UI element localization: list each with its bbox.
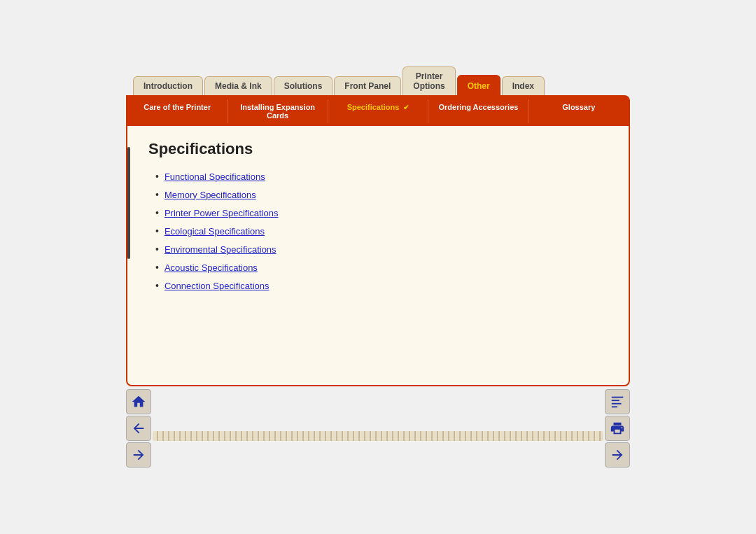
left-bar-decoration [127,147,130,259]
nav-buttons-right [605,389,630,468]
svg-rect-0 [612,397,624,398]
subtab-ordering-accessories[interactable]: Ordering Accessories [428,99,528,123]
tab-media-ink[interactable]: Media & Ink [204,76,272,95]
toc-button[interactable] [605,389,630,414]
content-area: Specifications • Functional Specificatio… [127,126,629,385]
bullet-icon: • [155,207,159,218]
link-functional-specifications[interactable]: Functional Specifications [164,171,265,182]
page-title: Specifications [148,140,608,158]
svg-rect-1 [612,400,620,402]
link-connection-specifications[interactable]: Connection Specifications [164,281,270,291]
home-button[interactable] [126,389,151,414]
list-item: • Ecological Specifications [155,225,608,237]
forward-right-button[interactable] [605,442,630,468]
list-item: • Functional Specifications [155,171,608,182]
subtab-care-printer[interactable]: Care of the Printer [127,99,227,123]
list-item: • Connection Specifications [155,280,608,291]
bottom-row [126,389,630,468]
spine-area [153,416,603,441]
link-enviromental-specifications[interactable]: Enviromental Specifications [164,244,276,255]
link-acoustic-specifications[interactable]: Acoustic Specifications [164,262,258,273]
subtab-specifications[interactable]: Specifications ✔ [328,99,428,123]
tab-solutions[interactable]: Solutions [274,76,333,95]
link-ecological-specifications[interactable]: Ecological Specifications [164,226,265,237]
tab-row: Introduction Media & Ink Solutions Front… [133,66,630,96]
link-list: • Functional Specifications • Memory Spe… [148,171,608,291]
bullet-icon: • [155,244,159,255]
bullet-icon: • [155,171,159,182]
print-button[interactable] [605,416,630,441]
subtab-specifications-label: Specifications [347,103,400,111]
subtab-check-icon: ✔ [403,104,409,111]
bullet-icon: • [155,189,159,200]
toc-icon [610,394,625,409]
tab-other[interactable]: Other [457,75,500,95]
tab-introduction[interactable]: Introduction [133,76,203,95]
tab-printer-options[interactable]: Printer Options [402,66,455,96]
bullet-icon: • [155,225,159,237]
back-button[interactable] [126,416,151,441]
list-item: • Enviromental Specifications [155,244,608,255]
list-item: • Printer Power Specifications [155,207,608,218]
app-container: Introduction Media & Ink Solutions Front… [126,66,630,468]
subtab-glossary[interactable]: Glossary [529,99,629,123]
tab-front-panel[interactable]: Front Panel [334,76,401,95]
print-icon [610,421,625,436]
subtab-installing-expansion[interactable]: Installing Expansion Cards [227,99,328,123]
forward-left-icon [131,447,146,463]
forward-right-icon [610,447,625,463]
svg-rect-3 [612,407,617,408]
tab-index[interactable]: Index [502,76,545,95]
bullet-icon: • [155,262,159,273]
main-panel: Care of the Printer Installing Expansion… [126,95,630,386]
list-item: • Acoustic Specifications [155,262,608,273]
printer-options-line1: Printer [416,71,443,81]
home-icon [131,394,146,409]
list-item: • Memory Specifications [155,189,608,200]
spine-decoration [153,431,603,441]
nav-buttons-left [126,389,151,468]
subtab-row: Care of the Printer Installing Expansion… [127,97,629,126]
link-memory-specifications[interactable]: Memory Specifications [164,190,256,200]
svg-rect-2 [612,403,622,405]
back-icon [131,421,146,436]
link-printer-power-specifications[interactable]: Printer Power Specifications [164,208,279,218]
forward-left-button[interactable] [126,442,151,468]
printer-options-line2: Options [413,81,444,91]
bullet-icon: • [155,280,159,291]
